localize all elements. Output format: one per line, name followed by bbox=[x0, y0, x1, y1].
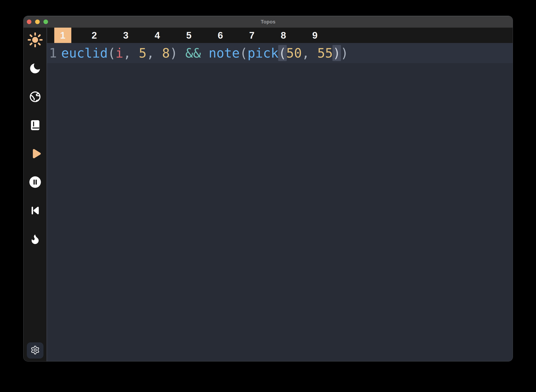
pause-icon bbox=[29, 175, 42, 190]
app-window: Topos 123456789 1eucl bbox=[23, 16, 513, 361]
code-token-function: note bbox=[209, 46, 240, 61]
code-token-punct: ) bbox=[340, 46, 348, 61]
code-token-punct: ( bbox=[240, 46, 247, 61]
sun-icon bbox=[28, 32, 43, 48]
screen: Topos 123456789 1eucl bbox=[0, 0, 536, 392]
tab-8[interactable]: 8 bbox=[268, 28, 299, 43]
code-token-punct: , bbox=[123, 46, 139, 61]
code-token-punct: ) bbox=[170, 46, 186, 61]
window-title: Topos bbox=[24, 19, 513, 25]
settings-button[interactable] bbox=[27, 342, 43, 359]
sidebar bbox=[24, 28, 47, 361]
globe-button[interactable] bbox=[28, 89, 43, 105]
skip-back-icon bbox=[29, 204, 41, 218]
dark-theme-button[interactable] bbox=[28, 61, 43, 76]
gear-icon bbox=[30, 345, 40, 356]
tab-label: 6 bbox=[218, 30, 223, 41]
rewind-button[interactable] bbox=[28, 203, 43, 219]
tab-5[interactable]: 5 bbox=[173, 28, 205, 43]
code-token-number: 55 bbox=[317, 46, 333, 61]
code-token-number: 50 bbox=[286, 46, 302, 61]
code-token-punct: , bbox=[147, 46, 162, 61]
globe-icon bbox=[29, 90, 42, 104]
window-content: 123456789 1euclid(i, 5, 8) && note(pick(… bbox=[24, 28, 513, 361]
code-line[interactable]: 1euclid(i, 5, 8) && note(pick(50, 55)) bbox=[47, 43, 513, 63]
code-line-content: euclid(i, 5, 8) && note(pick(50, 55)) bbox=[61, 43, 348, 63]
main-area: 123456789 1euclid(i, 5, 8) && note(pick(… bbox=[47, 28, 513, 361]
tab-label: 1 bbox=[60, 30, 66, 41]
play-icon bbox=[28, 147, 42, 161]
tab-bar: 123456789 bbox=[47, 28, 513, 43]
tab-label: 5 bbox=[186, 30, 191, 41]
code-token-bracket-match: ( bbox=[278, 45, 287, 61]
tab-label: 7 bbox=[249, 30, 255, 41]
tab-label: 4 bbox=[155, 30, 160, 41]
tab-3[interactable]: 3 bbox=[110, 28, 142, 43]
code-token-number: 5 bbox=[139, 46, 147, 61]
book-icon bbox=[29, 119, 41, 132]
play-button[interactable] bbox=[28, 146, 43, 162]
flame-icon bbox=[29, 233, 41, 246]
tab-label: 8 bbox=[281, 30, 286, 41]
tab-label: 3 bbox=[123, 30, 129, 41]
docs-button[interactable] bbox=[28, 118, 43, 133]
light-theme-button[interactable] bbox=[28, 33, 43, 48]
titlebar[interactable]: Topos bbox=[24, 16, 513, 28]
moon-icon bbox=[29, 62, 42, 75]
code-token-number: 8 bbox=[162, 46, 170, 61]
line-number: 1 bbox=[49, 43, 57, 63]
code-token-function: pick bbox=[247, 46, 278, 61]
code-editor[interactable]: 1euclid(i, 5, 8) && note(pick(50, 55)) bbox=[47, 43, 513, 361]
tab-label: 9 bbox=[312, 30, 318, 41]
tab-9[interactable]: 9 bbox=[299, 28, 331, 43]
code-token-bracket-match: ) bbox=[332, 45, 341, 61]
tab-7[interactable]: 7 bbox=[236, 28, 268, 43]
code-token-function: euclid bbox=[61, 46, 108, 61]
flame-button[interactable] bbox=[28, 232, 43, 247]
code-token-punct: ( bbox=[108, 46, 115, 61]
tab-1[interactable]: 1 bbox=[47, 28, 79, 43]
tab-label: 2 bbox=[92, 30, 97, 41]
code-token-operator: && bbox=[186, 46, 201, 61]
code-token-variable: i bbox=[116, 46, 123, 61]
code-token-punct bbox=[201, 46, 209, 61]
tab-4[interactable]: 4 bbox=[142, 28, 173, 43]
tab-2[interactable]: 2 bbox=[79, 28, 110, 43]
code-token-punct: , bbox=[302, 46, 317, 61]
tab-6[interactable]: 6 bbox=[205, 28, 236, 43]
pause-button[interactable] bbox=[28, 175, 43, 190]
